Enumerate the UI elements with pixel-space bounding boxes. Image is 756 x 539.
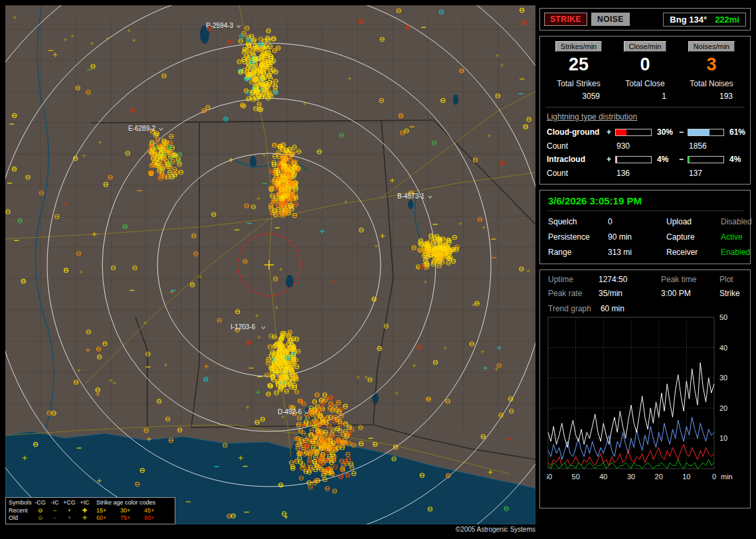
- ic-minus-sign: −: [679, 155, 688, 164]
- svg-text:D-492-6: D-492-6: [278, 408, 302, 416]
- rates-panel: Strikes/min 25 Total Strikes 3059 Close/…: [539, 36, 751, 185]
- trend-header: Trend graph 60 min: [548, 304, 743, 313]
- side-panel: STRIKE NOISE Bng 134° 222mi Strikes/min …: [539, 8, 751, 508]
- cg-minus-count: 1856: [688, 141, 726, 151]
- cg-plus-gauge-fill: [616, 129, 626, 135]
- receiver-label: Receiver: [666, 248, 721, 257]
- cg-minus-gauge: [688, 129, 724, 136]
- cg-plus-count: 930: [615, 141, 654, 151]
- age-90: 90+: [144, 514, 168, 522]
- total-close-label: Total Close: [625, 79, 664, 88]
- trend-graph: 50403020106050403020100min: [547, 315, 743, 495]
- range-label: Range: [548, 248, 608, 257]
- datetime-display: 3/6/2026 3:05:19 PM: [547, 195, 743, 211]
- app-window: P-2594-3E-6289-2B-4573-1I-1203-6D-492-6 …: [0, 0, 756, 539]
- bearing-range-box: Bng 134° 222mi: [663, 13, 746, 27]
- strikes-per-min-value: 25: [569, 54, 589, 74]
- intracloud-label: Intracloud: [547, 155, 607, 164]
- symbol-legend: Symbols -CG -IC +CG +IC Recent ⊖ − + ✚ O…: [9, 499, 92, 522]
- peak-time-label: Peak time: [661, 275, 719, 284]
- lightning-map[interactable]: P-2594-3E-6289-2B-4573-1I-1203-6D-492-6 …: [5, 5, 535, 524]
- noises-column: Noises/min 3 Total Noises 193: [678, 41, 745, 101]
- age-75: 75+: [120, 514, 144, 522]
- svg-text:30: 30: [719, 374, 727, 382]
- persistence-label: Persistence: [548, 232, 608, 242]
- distribution-title: Lightning type distribution: [547, 112, 745, 121]
- trend-graph-canvas: 50403020106050403020100min: [547, 315, 743, 493]
- rate-columns: Strikes/min 25 Total Strikes 3059 Close/…: [545, 41, 745, 101]
- divider: [545, 107, 745, 108]
- svg-text:I-1203-6: I-1203-6: [231, 323, 256, 331]
- ic-minus-gauge: [688, 156, 724, 163]
- legend-col-pic: +IC: [77, 499, 92, 507]
- uptime-value: 1274:50: [599, 275, 661, 284]
- noises-per-min-button[interactable]: Noises/min: [688, 41, 735, 52]
- close-per-min-button[interactable]: Close/min: [624, 41, 667, 52]
- legend-col-nic: -IC: [48, 499, 62, 507]
- uptime-grid: Uptime 1274:50 Peak time Plot Peak rate …: [548, 275, 743, 298]
- old-ncg-icon: ⊖: [33, 514, 48, 522]
- map-canvas[interactable]: P-2594-3E-6289-2B-4573-1I-1203-6D-492-6: [5, 5, 535, 524]
- legend-old-label: Old: [9, 514, 33, 522]
- ic-plus-percent: 4%: [654, 155, 679, 164]
- ic-minus-percent: 4%: [726, 155, 747, 164]
- upload-status: Disabled: [721, 217, 752, 226]
- map-legend: Symbols -CG -IC +CG +IC Recent ⊖ − + ✚ O…: [5, 497, 175, 524]
- ic-minus-gauge-fill: [688, 157, 690, 163]
- legend-col-pcg: +CG: [62, 499, 77, 507]
- settings-grid: Squelch 0 Upload Disabled Persistence 90…: [548, 217, 743, 257]
- trend-window-value: 60 min: [601, 304, 624, 313]
- intracloud-distribution: Intracloud + 4% − 4% Count 136 137: [547, 155, 745, 178]
- status-panel: 3/6/2026 3:05:19 PM Squelch 0 Upload Dis…: [539, 190, 751, 264]
- svg-text:E-6289-2: E-6289-2: [128, 125, 156, 132]
- svg-text:30: 30: [627, 473, 635, 481]
- upload-label: Upload: [666, 217, 721, 226]
- legend-symbols-header: Symbols: [9, 499, 33, 507]
- ic-count-label: Count: [547, 169, 607, 178]
- total-noises-label: Total Noises: [690, 79, 733, 88]
- total-noises-value: 193: [678, 92, 745, 101]
- svg-text:60: 60: [547, 473, 552, 481]
- close-column: Close/min 0 Total Close 1: [612, 41, 678, 101]
- mode-panel: STRIKE NOISE Bng 134° 222mi: [539, 8, 751, 31]
- cg-plus-gauge: [615, 129, 652, 136]
- svg-text:B-4573-1: B-4573-1: [397, 193, 425, 200]
- persistence-value: 90 min: [608, 232, 666, 242]
- ic-minus-count: 137: [688, 169, 726, 178]
- strikes-column: Strikes/min 25 Total Strikes 3059: [545, 41, 612, 101]
- capture-status: Active: [721, 232, 752, 242]
- recent-pic-icon: ✚: [77, 507, 92, 515]
- legend-recent-label: Recent: [9, 507, 33, 515]
- cg-plus-sign: +: [607, 127, 615, 137]
- recent-nic-icon: −: [48, 507, 62, 515]
- close-per-min-value: 0: [640, 54, 650, 74]
- svg-text:50: 50: [572, 473, 580, 481]
- svg-text:0: 0: [712, 473, 716, 481]
- svg-text:40: 40: [599, 473, 607, 481]
- total-close-value: 1: [612, 92, 678, 101]
- svg-text:40: 40: [719, 344, 727, 352]
- noise-mode-button[interactable]: NOISE: [591, 13, 630, 26]
- plot-value: Strike: [719, 289, 743, 298]
- cloud-ground-distribution: Cloud-ground + 30% − 61% Count 930 1856: [547, 127, 745, 151]
- trend-panel: Uptime 1274:50 Peak time Plot Peak rate …: [539, 270, 751, 508]
- svg-text:20: 20: [719, 404, 727, 412]
- old-pcg-icon: +: [62, 514, 77, 522]
- uptime-label: Uptime: [548, 275, 599, 284]
- age-legend: Strike age color codes 15+ 30+ 45+ 60+ 7…: [96, 499, 168, 522]
- cloud-ground-label: Cloud-ground: [547, 127, 607, 137]
- strikes-per-min-button[interactable]: Strikes/min: [555, 41, 602, 52]
- receiver-status: Enabled: [721, 248, 752, 257]
- strike-mode-button[interactable]: STRIKE: [544, 13, 587, 26]
- recent-ncg-icon: ⊖: [33, 507, 48, 515]
- age-legend-header: Strike age color codes: [96, 499, 168, 507]
- age-60: 60+: [96, 514, 120, 522]
- svg-text:10: 10: [719, 434, 727, 442]
- cg-count-label: Count: [547, 141, 607, 151]
- peak-time-value: 3:00 PM: [661, 289, 719, 298]
- total-strikes-label: Total Strikes: [557, 79, 600, 88]
- recent-pcg-icon: +: [62, 507, 77, 515]
- ic-plus-count: 136: [615, 169, 654, 178]
- peak-rate-label: Peak rate: [548, 289, 599, 298]
- ic-plus-sign: +: [607, 155, 615, 164]
